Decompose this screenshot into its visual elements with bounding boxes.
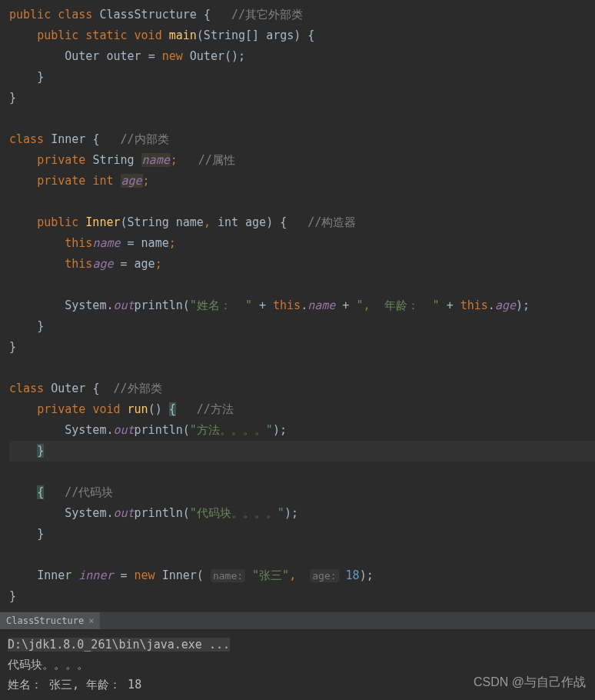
keyword: public	[37, 215, 78, 229]
field: age	[495, 298, 516, 312]
type: String	[92, 153, 134, 167]
string: ", 年龄： "	[356, 298, 439, 312]
run-tab[interactable]: ClassStructure ×	[0, 612, 100, 629]
console-line: 代码块。。。。	[8, 655, 587, 675]
semi: ;	[171, 153, 178, 167]
signature: int age) {	[211, 215, 287, 229]
brace: }	[37, 527, 44, 541]
brace: }	[37, 70, 44, 84]
comment: //外部类	[113, 382, 161, 395]
code-editor[interactable]: public class ClassStructure { //其它外部类 pu…	[0, 0, 595, 612]
field: name	[307, 298, 335, 312]
signature: (String name	[121, 215, 204, 229]
string: "张三"	[252, 568, 289, 582]
ctor-call: Outer();	[190, 49, 245, 63]
keyword: this	[460, 298, 488, 312]
semi: ;	[143, 174, 150, 188]
static-field: out	[113, 298, 134, 312]
keyword: this	[273, 298, 301, 312]
semi: ;	[155, 257, 162, 271]
brace: {	[204, 8, 211, 22]
keyword: new	[162, 49, 183, 63]
operator: =	[148, 49, 155, 63]
keyword: new	[135, 568, 155, 582]
keyword: public	[37, 28, 78, 42]
field: age	[92, 257, 113, 271]
code-content[interactable]: public class ClassStructure { //其它外部类 pu…	[2, 5, 595, 607]
run-tab-bar: ClassStructure ×	[0, 612, 595, 630]
class-name: ClassStructure	[99, 8, 196, 22]
brace: {	[92, 132, 99, 146]
method: println	[135, 506, 183, 520]
keyword: public	[9, 8, 51, 22]
class-ref: System.	[65, 423, 113, 437]
comment: //代码块	[65, 485, 113, 499]
keyword: class	[9, 132, 44, 146]
keyword: void	[92, 402, 120, 416]
operator: +	[335, 298, 356, 312]
keyword: private	[37, 402, 85, 416]
field: age	[121, 174, 143, 188]
semi: ;	[169, 236, 176, 250]
method: println	[135, 298, 183, 312]
method-name: main	[169, 28, 197, 42]
comment: //属性	[198, 153, 235, 167]
brace: }	[9, 589, 16, 603]
close-icon[interactable]: ×	[88, 615, 94, 626]
paren: (	[183, 423, 190, 437]
brace: }	[9, 91, 16, 105]
comma: ,	[204, 215, 211, 229]
brace: {	[92, 382, 99, 395]
field: name	[141, 153, 171, 167]
tab-label: ClassStructure	[6, 615, 84, 626]
keyword: class	[58, 8, 92, 22]
param-hint: name:	[211, 569, 245, 582]
variable: age	[135, 257, 155, 271]
keyword: static	[85, 28, 127, 42]
comment: //方法	[197, 402, 234, 416]
keyword: void	[135, 28, 162, 42]
class-ref: System.	[65, 298, 113, 312]
operator: =	[121, 257, 128, 271]
method: run	[128, 402, 148, 416]
comma: ,	[289, 568, 296, 582]
operator: =	[121, 568, 128, 582]
operator: =	[128, 236, 135, 250]
comment: //内部类	[121, 132, 169, 146]
operator: +	[252, 298, 273, 312]
string: "方法。。。。"	[190, 423, 273, 437]
operator: +	[440, 298, 460, 312]
brace: {	[169, 402, 176, 416]
variable: outer	[106, 49, 141, 63]
variable: name	[141, 236, 169, 250]
brace: }	[9, 340, 16, 354]
keyword: private	[37, 174, 85, 188]
signature: (String[] args) {	[197, 28, 315, 42]
class-name: Outer	[51, 382, 85, 395]
signature: ()	[148, 402, 162, 416]
static-field: out	[113, 423, 134, 437]
paren: );	[284, 506, 298, 520]
string: "代码块。。。。"	[190, 506, 284, 520]
paren: );	[273, 423, 287, 437]
console-command: D:\jdk1.8.0_261\bin\java.exe ...	[8, 638, 230, 652]
keyword: this	[65, 236, 92, 250]
keyword: class	[9, 382, 44, 395]
dot: .	[301, 298, 307, 312]
watermark-text: CSDN @与自己作战	[474, 675, 586, 691]
paren: (	[183, 298, 190, 312]
ctor: Inner	[85, 215, 120, 229]
field: inner	[78, 568, 113, 582]
static-field: out	[113, 506, 134, 520]
comment: //构造器	[307, 215, 356, 229]
brace: }	[37, 319, 44, 333]
param-hint: age:	[310, 569, 338, 582]
brace: }	[37, 444, 44, 458]
ctor-call: Inner(	[162, 568, 204, 582]
paren: );	[360, 568, 374, 582]
field: name	[92, 236, 120, 250]
keyword: this	[65, 257, 92, 271]
class-name: Inner	[51, 132, 85, 146]
comment: //其它外部类	[231, 8, 303, 22]
class-ref: System.	[65, 506, 113, 520]
